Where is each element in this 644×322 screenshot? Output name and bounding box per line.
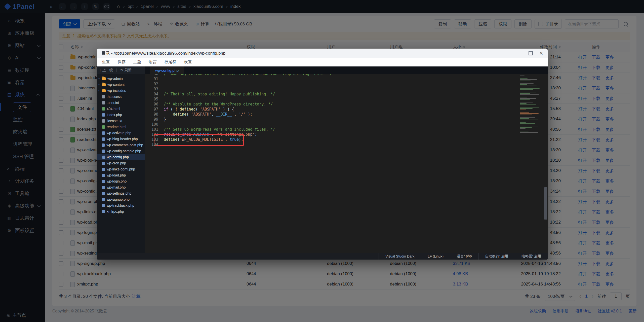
tree-item-name: wp-comments-post.php (106, 143, 143, 147)
file-icon (102, 95, 105, 98)
tree-item[interactable]: wp-settings.php (97, 190, 145, 196)
line-number: 92 (145, 82, 164, 87)
file-icon (102, 131, 105, 135)
file-icon (102, 210, 105, 213)
code-text: /* That's all, stop editing! Happy publi… (164, 92, 275, 97)
tree-item[interactable]: license.txt (97, 118, 145, 124)
tree-item[interactable]: ▸wp-content (97, 82, 145, 88)
tree-item-name: wp-config.php (107, 155, 129, 159)
tree-item[interactable]: wp-links-opml.php (97, 166, 145, 172)
tree-item-name: .htaccess (107, 95, 122, 99)
theme-status[interactable]: Visual Studio Dark (379, 253, 421, 260)
file-icon (102, 107, 105, 111)
tree-item[interactable]: ▸wp-includes (97, 88, 145, 94)
file-icon (102, 204, 105, 207)
minimap-status[interactable]: 缩略图: 启用 (515, 253, 548, 260)
expand-arrow-icon[interactable]: ▸ (99, 89, 101, 92)
line-number: 97 (145, 107, 164, 112)
tree-item[interactable]: 404.html (97, 106, 145, 112)
code-line: 95 (145, 97, 548, 102)
editor-modal: 目录 - /opt/1panel/www/sites/xiaocui996.co… (97, 49, 548, 260)
tree-item[interactable]: wp-signup.php (97, 196, 145, 202)
file-icon (102, 168, 105, 171)
theme-menu-item[interactable]: 主题 (133, 59, 141, 65)
editor-tab[interactable]: wp-config.php (150, 66, 184, 74)
up-level-button[interactable]: ↑上一级 (99, 68, 113, 73)
tree-item[interactable]: wp-config-sample.php (97, 148, 145, 154)
tree-item[interactable]: wp-activate.php (97, 130, 145, 136)
code-line: 91 (145, 77, 548, 82)
folder-icon (102, 83, 106, 86)
tree-item[interactable]: wp-blog-header.php (97, 136, 145, 142)
language-status[interactable]: 语言: php (450, 253, 478, 260)
code-line: 102require_once ABSPATH . 'wp-settings.p… (145, 132, 548, 137)
tree-item[interactable]: wp-login.php (97, 178, 145, 184)
tree-item-name: xmlrpc.php (107, 209, 124, 213)
file-icon (102, 162, 105, 165)
tree-item[interactable]: wp-cron.php (97, 160, 145, 166)
editor-scrollbar[interactable] (544, 187, 547, 220)
line-number: 100 (145, 122, 164, 127)
file-icon (102, 113, 105, 117)
line-number: 93 (145, 87, 164, 92)
line-number: 99 (145, 117, 164, 122)
code-text: /* Add any custom values between this li… (164, 74, 332, 77)
editor-strip: ↑上一级 ↻刷新 wp-config.php (97, 66, 548, 74)
line-number: 96 (145, 102, 164, 107)
code-text: } (164, 117, 166, 122)
tree-item[interactable]: index.php (97, 112, 145, 118)
up-arrow-icon: ↑ (99, 68, 101, 72)
tree-item[interactable]: wp-load.php (97, 172, 145, 178)
close-icon[interactable]: × (539, 50, 543, 56)
tree-item-name: 404.html (107, 107, 120, 111)
tree-item-name: wp-cron.php (107, 161, 126, 165)
tree-item-name: wp-admin (107, 77, 123, 81)
file-icon (102, 150, 105, 153)
code-line: 93 (145, 87, 548, 92)
minimap[interactable] (519, 75, 543, 134)
line-number: 103 (145, 137, 164, 142)
settings-menu-item[interactable]: 设置 (184, 59, 192, 65)
maximize-icon[interactable] (529, 51, 533, 55)
tree-item-name: wp-settings.php (107, 191, 131, 195)
file-icon (102, 119, 105, 123)
code-line: 100 (145, 122, 548, 127)
reset-menu-item[interactable]: 重置 (102, 59, 110, 65)
line-number: 98 (145, 112, 164, 117)
save-menu-item[interactable]: 保存 (117, 59, 126, 65)
line-number: 91 (145, 77, 164, 82)
tree-item[interactable]: wp-mail.php (97, 184, 145, 190)
line-number: 90 (145, 74, 164, 77)
file-icon (102, 144, 105, 147)
code-line: 98 define( 'ABSPATH', __DIR__ . '/' ); (145, 112, 548, 117)
code-text: define( 'ABSPATH', __DIR__ . '/' ); (164, 112, 252, 117)
word-wrap-status[interactable]: 自动换行: 启用 (478, 253, 515, 260)
line-ending-status[interactable]: LF (Linux) (421, 253, 450, 260)
tree-item-name: wp-blog-header.php (107, 137, 138, 141)
tree-item-name: index.php (107, 113, 122, 117)
file-icon (102, 192, 105, 195)
tree-item[interactable]: .htaccess (97, 94, 145, 100)
refresh-tree-button[interactable]: ↻刷新 (120, 68, 132, 73)
tree-item[interactable]: wp-comments-post.php (97, 142, 145, 148)
tree-item[interactable]: readme.html (97, 124, 145, 130)
tree-item-name: wp-login.php (107, 179, 127, 183)
tree-item[interactable]: wp-config.php (97, 154, 145, 160)
tree-item[interactable]: ▸wp-admin (97, 76, 145, 82)
file-icon (102, 174, 105, 177)
expand-arrow-icon[interactable]: ▸ (99, 77, 101, 80)
tree-item-name: readme.html (107, 125, 126, 129)
tree-item-name: wp-trackback.php (107, 203, 134, 207)
line-ending-menu-item[interactable]: 行尾符 (164, 59, 176, 65)
tree-item-name: wp-config-sample.php (107, 149, 141, 153)
code-editor[interactable]: 90/* Add any custom values between this … (145, 74, 548, 253)
language-menu-item[interactable]: 语言 (149, 59, 157, 65)
tree-item[interactable]: wp-trackback.php (97, 202, 145, 208)
tree-item[interactable]: .user.ini (97, 100, 145, 106)
line-number: 102 (145, 132, 164, 137)
tree-item[interactable]: xmlrpc.php (97, 208, 145, 214)
file-icon (102, 101, 105, 104)
expand-arrow-icon[interactable]: ▸ (99, 83, 101, 86)
editor-menubar: 重置保存主题语言行尾符设置 (97, 58, 548, 66)
code-line: 92 (145, 82, 548, 87)
